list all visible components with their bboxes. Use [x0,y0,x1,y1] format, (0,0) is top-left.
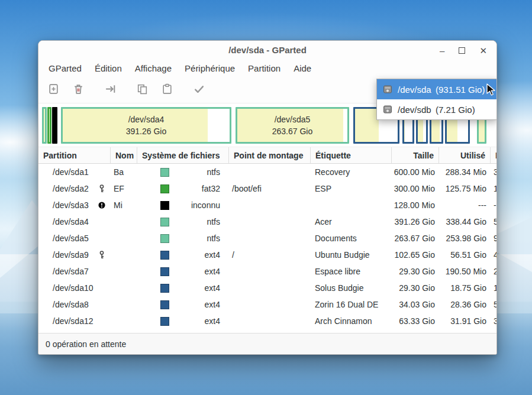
unused-cell: 52.82 Gio [490,213,496,230]
label-cell: Documents [310,230,391,247]
table-row-5[interactable]: /dev/sda9ext4/Ubuntu Budgie102.65 Gio56.… [38,247,496,263]
column-header-5[interactable]: Taille [391,147,439,163]
filesystem-cell: ext4 [137,296,228,313]
used-cell: 253.98 Gio [439,230,490,247]
table-row-3[interactable]: /dev/sda4ntfsAcer391.26 Gio338.44 Gio52.… [38,213,496,230]
partition-name: /dev/sda9 [53,250,89,260]
fs-name: ntfs [169,167,225,177]
label-cell: Zorin 16 Dual DE [310,296,391,313]
partition-cell: /dev/sda3 [38,197,110,213]
new-partition-icon [47,83,60,98]
minimize-button[interactable]: – [440,46,444,55]
table-row-4[interactable]: /dev/sda5ntfsDocuments263.67 Gio253.98 G… [38,230,496,247]
device-option-0[interactable]: /dev/sda(931.51 Gio) [377,79,496,99]
partition-cell: /dev/sda5 [38,230,110,247]
column-header-7[interactable]: Inutilisé [490,147,496,163]
name-cell [110,247,137,263]
partition-name: /dev/sda5 [53,234,89,243]
menu-item-1[interactable]: Édition [88,60,128,77]
menu-item-4[interactable]: Partition [241,60,287,77]
mountpoint-cell: /boot/efi [228,180,310,197]
partition-cell: /dev/sda4 [38,213,110,230]
device-name: /dev/sdb [398,105,436,115]
partition-segment-sda2[interactable] [47,107,51,144]
fs-color-swatch [160,218,169,226]
column-header-1[interactable]: Nom [110,147,137,163]
mountpoint-cell [228,230,310,247]
menu-item-2[interactable]: Affichage [128,60,178,77]
menu-item-3[interactable]: Périphérique [178,60,241,77]
partition-cell: /dev/sda9 [38,247,110,263]
mountpoint-cell [228,280,310,296]
paste-button[interactable] [158,82,176,99]
used-cell: 18.75 Gio [439,280,490,296]
used-cell: 338.44 Gio [439,213,490,230]
device-option-1[interactable]: /dev/sdb(7.21 Gio) [377,99,496,119]
window-title: /dev/sda - GParted [38,41,496,60]
fs-color-swatch [160,234,169,243]
partition-cell: /dev/sda2 [38,180,110,197]
unused-cell: 31.42 Gio [490,313,496,329]
name-cell [110,313,137,329]
name-cell: EF [110,180,137,197]
table-row-2[interactable]: /dev/sda3Miinconnu128.00 Mio------ [38,197,496,213]
fs-name: ext4 [169,250,225,260]
filesystem-cell: ntfs [137,213,228,230]
column-header-2[interactable]: Système de fichiers [137,147,228,163]
fs-color-swatch [160,317,169,326]
new-partition-button[interactable] [44,82,62,99]
fs-name: ext4 [169,283,225,293]
column-header-6[interactable]: Utilisé [439,147,490,163]
filesystem-cell: ext4 [137,263,228,280]
table-row-0[interactable]: /dev/sda1BantfsRecovery600.00 Mio288.34 … [38,164,496,180]
fs-color-swatch [160,201,169,210]
column-header-3[interactable]: Point de montage [228,147,310,163]
partition-segment-sda4[interactable]: /dev/sda4391.26 Gio [61,107,231,144]
resize-move-button[interactable] [101,82,119,99]
size-cell: 29.30 Gio [391,263,439,280]
close-button[interactable]: ✕ [479,46,487,55]
mountpoint-cell [228,197,310,213]
copy-button[interactable] [133,82,151,99]
fs-name: ntfs [169,217,225,226]
drive-icon [383,105,392,114]
column-header-4[interactable]: Étiquette [310,147,391,163]
drive-icon [383,85,392,94]
partition-cell: /dev/sda1 [38,164,110,180]
partition-segment-sda3[interactable] [52,107,57,144]
menu-item-5[interactable]: Aide [287,60,318,77]
segment-size: 263.67 Gio [272,125,313,137]
mountpoint-cell [228,213,310,230]
column-header-0[interactable]: Partition [38,147,110,163]
mouse-cursor [486,83,496,96]
table-row-7[interactable]: /dev/sda10ext4Solus Budgie29.30 Gio18.75… [38,280,496,296]
maximize-button[interactable] [459,47,465,54]
name-cell [110,263,137,280]
used-cell: 125.75 Mio [439,180,490,197]
table-row-8[interactable]: /dev/sda8ext4Zorin 16 Dual DE34.03 Gio28… [38,296,496,313]
titlebar[interactable]: /dev/sda - GParted – ✕ [38,41,496,60]
size-cell: 300.00 Mio [391,180,439,197]
partition-segment-sda1[interactable] [42,107,47,144]
unused-cell: 10.55 Gio [490,280,496,296]
fs-color-swatch [160,267,169,276]
size-cell: 63.33 Gio [391,313,439,329]
apply-button[interactable] [190,82,208,99]
fs-color-swatch [160,168,169,177]
menubar: GPartedÉditionAffichagePériphériqueParti… [38,60,496,77]
delete-partition-button[interactable] [69,82,87,99]
partition-name: /dev/sda3 [53,200,89,210]
label-cell: Solus Budgie [310,280,391,296]
table-row-1[interactable]: /dev/sda2EFfat32/boot/efiESP300.00 Mio12… [38,180,496,197]
menu-item-0[interactable]: GParted [42,60,88,77]
copy-icon [136,83,149,98]
table-row-6[interactable]: /dev/sda7ext4Espace libre29.30 Gio190.50… [38,263,496,280]
table-row-9[interactable]: /dev/sda12ext4Arch Cinnamon63.33 Gio31.9… [38,313,496,329]
unused-cell: 5.67 Gio [490,296,496,313]
name-cell [110,280,137,296]
device-name: /dev/sda [398,85,436,95]
partition-segment-sda5[interactable]: /dev/sda5263.67 Gio [236,107,349,144]
size-cell: 600.00 Mio [391,164,439,180]
fs-color-swatch [160,284,169,293]
filesystem-cell: inconnu [137,197,228,213]
